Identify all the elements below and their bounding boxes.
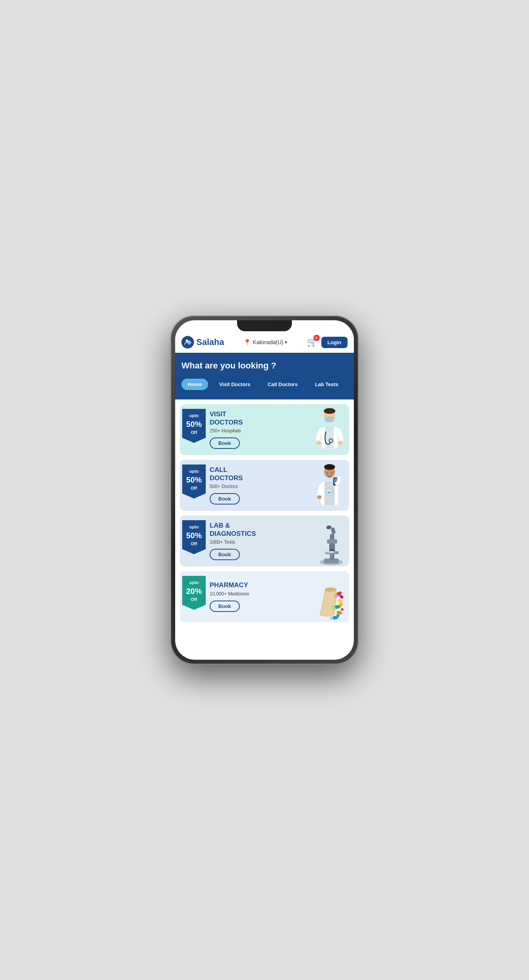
svg-text:ID: ID bbox=[328, 491, 330, 494]
lab-body: LAB &DIAGNOSTICS 1000+ Tests Book bbox=[208, 515, 310, 566]
phone-frame: Salaha 📍 Kakinada(U) ▾ 🛒 0 Login Wh bbox=[170, 316, 359, 664]
call-doctors-body: CALLDOCTORS 500+ Doctors Book bbox=[208, 460, 310, 511]
pharmacy-card: upto 20% Off PHARMACY 10,000+ Medicines … bbox=[180, 571, 349, 622]
svg-point-33 bbox=[325, 587, 337, 592]
svg-point-10 bbox=[338, 441, 343, 445]
phone-content: Salaha 📍 Kakinada(U) ▾ 🛒 0 Login Wh bbox=[175, 320, 354, 660]
call-doctors-ribbon-body: upto 50% Off bbox=[182, 465, 206, 499]
phone-screen: Salaha 📍 Kakinada(U) ▾ 🛒 0 Login Wh bbox=[175, 320, 354, 660]
svg-point-35 bbox=[334, 594, 338, 597]
phone-notch bbox=[237, 320, 292, 331]
svg-point-12 bbox=[324, 464, 335, 470]
visit-doctors-book-button[interactable]: Book bbox=[210, 437, 240, 449]
tab-visit-doctors[interactable]: Visit Doctors bbox=[213, 379, 257, 390]
svg-point-15 bbox=[326, 472, 328, 474]
logo-text: Salaha bbox=[196, 337, 224, 347]
call-ribbon-off: Off bbox=[191, 486, 197, 490]
lab-ribbon-body: upto 50% Off bbox=[182, 520, 206, 554]
pharmacy-ribbon-body: upto 20% Off bbox=[182, 576, 206, 610]
svg-point-43 bbox=[339, 603, 342, 606]
call-doctors-book-button[interactable]: Book bbox=[210, 493, 240, 505]
location-pin-icon: 📍 bbox=[243, 339, 251, 346]
location-selector[interactable]: 📍 Kakinada(U) ▾ bbox=[243, 339, 287, 346]
svg-point-19 bbox=[317, 495, 321, 499]
hero-tabs: Home Visit Doctors Call Doctors Lab Test… bbox=[181, 379, 348, 390]
svg-point-9 bbox=[316, 441, 321, 445]
visit-doctors-ribbon-body: upto 50% Off bbox=[182, 409, 206, 443]
pharmacy-book-button[interactable]: Book bbox=[210, 601, 240, 612]
lab-book-button[interactable]: Book bbox=[210, 549, 240, 560]
svg-point-0 bbox=[186, 339, 188, 342]
pharmacy-ribbon-percent: 20% bbox=[184, 586, 204, 597]
svg-rect-25 bbox=[327, 539, 337, 544]
svg-point-38 bbox=[332, 606, 335, 610]
lab-ribbon-off: Off bbox=[191, 541, 197, 546]
pharmacy-ribbon-off: Off bbox=[191, 597, 197, 602]
cart-wrapper[interactable]: 🛒 0 bbox=[307, 337, 317, 347]
svg-point-8 bbox=[329, 439, 333, 442]
tab-home[interactable]: Home bbox=[181, 379, 208, 390]
visit-doctors-card: upto 50% Off VISITDOCTORS 250+ Hospitals… bbox=[180, 404, 349, 455]
lab-ribbon-percent: 50% bbox=[184, 530, 204, 541]
visit-doctors-subtitle: 250+ Hospitals bbox=[210, 428, 307, 434]
lab-ribbon: upto 50% Off bbox=[180, 515, 208, 566]
lab-title: LAB &DIAGNOSTICS bbox=[210, 522, 307, 538]
logo-area: Salaha bbox=[181, 336, 224, 348]
call-doctors-card: upto 50% Off CALLDOCTORS 500+ Doctors Bo… bbox=[180, 460, 349, 511]
visit-doctors-body: VISITDOCTORS 250+ Hospitals Book bbox=[208, 404, 310, 455]
svg-point-44 bbox=[341, 608, 343, 611]
call-doctors-ribbon: upto 50% Off bbox=[180, 460, 208, 511]
svg-rect-4 bbox=[325, 427, 333, 448]
location-text: Kakinada(U) bbox=[253, 339, 283, 345]
pharmacy-image bbox=[310, 571, 349, 622]
ribbon-off: Off bbox=[191, 430, 197, 435]
hero-title: What are you looking ? bbox=[181, 361, 348, 371]
visit-doctors-title: VISITDOCTORS bbox=[210, 410, 307, 426]
header-right: 🛒 0 Login bbox=[307, 337, 348, 348]
hero-banner: What are you looking ? Home Visit Doctor… bbox=[175, 353, 354, 399]
svg-point-41 bbox=[330, 617, 333, 620]
ribbon-percent: 50% bbox=[184, 419, 204, 430]
lab-ribbon-upto: upto bbox=[189, 524, 199, 529]
ribbon-upto: upto bbox=[189, 413, 199, 418]
svg-point-36 bbox=[337, 599, 343, 604]
call-ribbon-percent: 50% bbox=[184, 474, 204, 485]
login-button[interactable]: Login bbox=[321, 337, 348, 348]
svg-point-30 bbox=[326, 525, 332, 530]
pharmacy-ribbon-upto: upto bbox=[189, 580, 199, 585]
pharmacy-title: PHARMACY bbox=[210, 581, 307, 589]
call-doctors-subtitle: 500+ Doctors bbox=[210, 484, 307, 489]
service-cards: upto 50% Off VISITDOCTORS 250+ Hospitals… bbox=[175, 399, 354, 627]
call-ribbon-upto: upto bbox=[189, 469, 199, 474]
lab-image bbox=[310, 515, 349, 566]
pharmacy-ribbon: upto 20% Off bbox=[180, 571, 208, 622]
chevron-down-icon: ▾ bbox=[285, 339, 287, 345]
visit-doctors-image bbox=[310, 404, 349, 455]
call-doctors-title: CALLDOCTORS bbox=[210, 466, 307, 482]
cart-badge: 0 bbox=[313, 335, 320, 341]
lab-diagnostics-card: upto 50% Off LAB &DIAGNOSTICS 1000+ Test… bbox=[180, 515, 349, 566]
tab-call-doctors[interactable]: Call Doctors bbox=[261, 379, 304, 390]
svg-point-7 bbox=[324, 408, 335, 414]
svg-rect-29 bbox=[331, 527, 336, 534]
app-header: Salaha 📍 Kakinada(U) ▾ 🛒 0 Login bbox=[175, 332, 354, 353]
visit-doctors-ribbon: upto 50% Off bbox=[180, 404, 208, 455]
svg-point-16 bbox=[330, 472, 333, 474]
tab-lab-tests[interactable]: Lab Tests bbox=[309, 379, 345, 390]
pharmacy-subtitle: 10,000+ Medicines bbox=[210, 591, 307, 597]
svg-rect-6 bbox=[325, 417, 333, 422]
call-doctors-image: ID bbox=[310, 460, 349, 511]
logo-icon bbox=[181, 336, 194, 348]
lab-subtitle: 1000+ Tests bbox=[210, 539, 307, 545]
svg-rect-32 bbox=[326, 551, 334, 553]
pharmacy-body: PHARMACY 10,000+ Medicines Book bbox=[208, 571, 310, 622]
svg-point-45 bbox=[336, 614, 339, 617]
